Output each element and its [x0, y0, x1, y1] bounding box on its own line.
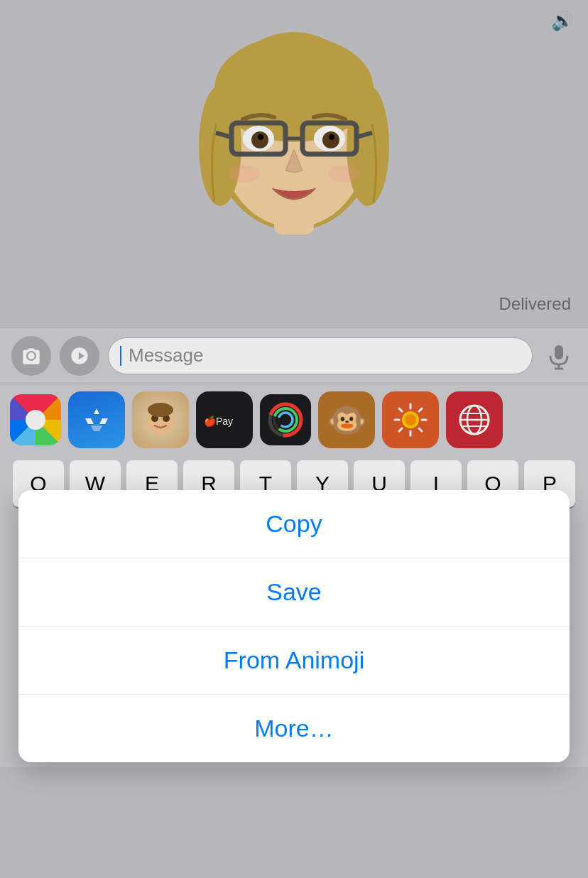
context-menu-more[interactable]: More… — [18, 695, 570, 762]
context-menu-save[interactable]: Save — [18, 558, 570, 627]
context-menu-copy[interactable]: Copy — [18, 490, 570, 558]
context-menu: Copy Save From Animoji More… — [18, 490, 570, 762]
context-menu-from-animoji[interactable]: From Animoji — [18, 627, 570, 695]
